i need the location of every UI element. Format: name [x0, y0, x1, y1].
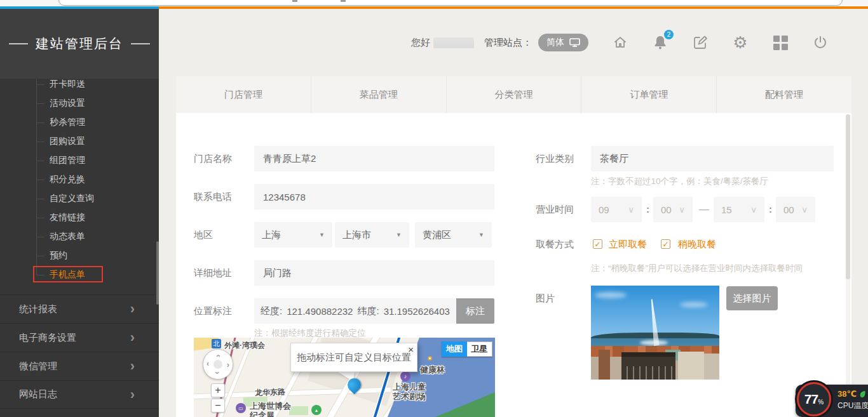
district-select[interactable]: 黄浦区▼	[415, 222, 492, 248]
pickup-now-label[interactable]: 立即取餐	[609, 235, 647, 254]
map-zoom-out-button[interactable]: −	[211, 399, 225, 413]
pan-left-icon[interactable]: ›	[207, 361, 209, 369]
phone-input[interactable]: 12345678	[254, 184, 494, 209]
sidebar: 开卡即送 活动设置 秒杀管理 团购设置	[0, 9, 159, 417]
browser-address-bar[interactable]	[58, 0, 843, 6]
location-input[interactable]: 经度: 121.490882232 纬度: 31.1952626403	[254, 298, 456, 324]
compass-north-badge: 北	[212, 339, 221, 348]
sidebar-item[interactable]: 活动设置	[0, 94, 159, 113]
pan-knob[interactable]	[214, 360, 222, 369]
tab[interactable]: 分类管理	[447, 76, 582, 113]
choose-image-button[interactable]: 选择图片	[726, 286, 778, 310]
tree-tick	[36, 103, 44, 104]
map-zoom-in-button[interactable]: +	[211, 383, 225, 397]
content-scrollbar[interactable]	[846, 114, 850, 416]
chevron-down-icon: ∨	[679, 205, 685, 215]
settings-button[interactable]: ⚙	[732, 34, 749, 51]
tree-tick	[36, 84, 44, 85]
close-minute-select[interactable]: 00∨	[776, 197, 815, 222]
sidebar-group[interactable]: 微信管理 ›	[0, 352, 159, 380]
system-monitor-widget: 77 % 38℃ CPU温度	[796, 385, 868, 417]
notifications-button[interactable]: 2	[652, 34, 668, 51]
sidebar-item-label: 自定义查询	[50, 193, 94, 204]
chevron-down-icon: ∨	[801, 205, 808, 215]
sidebar-scrollbar[interactable]	[156, 241, 159, 305]
mark-location-button[interactable]: 标注	[456, 298, 494, 324]
city-select[interactable]: 上海市▼	[335, 222, 409, 248]
sidebar-item[interactable]: 自定义查询	[0, 189, 159, 208]
longitude-label: 经度:	[261, 305, 282, 317]
pan-right-icon[interactable]: ›	[227, 361, 229, 369]
pan-up-icon[interactable]: ›	[214, 354, 222, 357]
sidebar-item[interactable]: 秒杀管理	[0, 113, 159, 132]
home-icon	[613, 35, 628, 50]
apps-button[interactable]	[772, 34, 789, 51]
district-value: 黄浦区	[423, 229, 451, 241]
tree-tick	[36, 256, 44, 256]
chevron-down-icon: ∨	[628, 205, 634, 215]
store-name-input[interactable]: 青青原上草2	[254, 146, 494, 171]
pickup-later-checkbox[interactable]: ✓	[661, 239, 670, 249]
sidebar-group-label: 网站日志	[19, 388, 57, 400]
sidebar-item[interactable]: 积分兑换	[0, 170, 159, 189]
sidebar-item[interactable]: 组团管理	[0, 151, 159, 170]
museum-poi-icon: ▭	[236, 403, 246, 413]
sidebar-item[interactable]: 友情链接	[0, 208, 159, 227]
map-label-road: 龙华东路	[255, 387, 286, 399]
chevron-right-icon: ›	[130, 331, 135, 345]
chevron-down-icon: ∨	[750, 205, 757, 215]
open-hour-select[interactable]: 09∨	[591, 197, 642, 222]
sidebar-item[interactable]: 团购设置	[0, 132, 159, 151]
edit-button[interactable]	[692, 34, 709, 51]
close-hour-select[interactable]: 15∨	[714, 197, 764, 222]
tab[interactable]: 订单管理	[581, 76, 717, 113]
map-widget[interactable]: 外滩·湾璞会 龙华东路 上海世博会 纪念展 上海儿童 艺术剧场 健康林 ▭ ♪ …	[194, 338, 495, 417]
screen: 开卡即送 活动设置 秒杀管理 团购设置	[0, 0, 868, 417]
tab[interactable]: 配料管理	[717, 76, 851, 113]
sidebar-item[interactable]: 手机点单	[0, 265, 159, 284]
photo-splash	[640, 340, 668, 345]
browser-icon-fragment	[292, 0, 297, 2]
open-minute-select[interactable]: 00∨	[653, 197, 693, 222]
sidebar-item-label: 预约	[50, 250, 67, 261]
title-dash	[9, 43, 28, 44]
address-input[interactable]: 局门路	[254, 260, 494, 286]
tab-label: 菜品管理	[360, 89, 398, 101]
sidebar-group[interactable]: 网站日志 ›	[0, 380, 159, 409]
sidebar-group[interactable]: 统计报表 ›	[0, 295, 159, 323]
cpu-temp-value: 38℃	[837, 389, 857, 399]
sidebar-item-label: 友情链接	[50, 212, 85, 223]
tab[interactable]: 菜品管理	[311, 76, 447, 113]
sidebar-item[interactable]: 预约	[0, 246, 159, 265]
content-scrollbar-thumb[interactable]	[846, 114, 850, 279]
logout-button[interactable]	[812, 34, 829, 51]
greeting-text: 您好	[411, 37, 430, 49]
industry-input[interactable]: 茶餐厅	[591, 146, 834, 171]
photo-building	[599, 350, 610, 380]
sidebar-item[interactable]: 动态表单	[0, 227, 159, 246]
tree-tick	[36, 161, 44, 161]
map-type-map-button[interactable]: 地图	[442, 341, 467, 357]
province-select[interactable]: 上海▼	[254, 222, 332, 248]
chevron-right-icon: ›	[130, 359, 135, 373]
cpu-usage-gauge[interactable]: 77 %	[797, 382, 831, 416]
close-icon[interactable]: ×	[408, 344, 414, 355]
pickup-later-label[interactable]: 稍晚取餐	[678, 235, 716, 254]
sidebar-item-list: 开卡即送 活动设置 秒杀管理 团购设置	[0, 75, 159, 284]
map-type-satellite-button[interactable]: 卫星	[467, 341, 492, 357]
latitude-label: 纬度:	[357, 305, 379, 317]
pickup-now-checkbox[interactable]: ✓	[593, 239, 602, 249]
region-label: 地区	[194, 222, 213, 248]
photo-cloud	[595, 292, 627, 298]
sidebar-group[interactable]: 电子商务设置 ›	[0, 323, 159, 352]
photo-poi-icon: ▲	[311, 405, 322, 415]
industry-note: 注：字数不超过10个字，例：美食/粤菜/茶餐厅	[591, 176, 768, 187]
dropdown-arrow-icon: ▼	[478, 232, 484, 238]
grid-icon	[773, 36, 788, 50]
home-button[interactable]	[612, 34, 628, 51]
pan-down-icon[interactable]: ›	[214, 371, 222, 374]
language-pill-button[interactable]: 简体	[538, 34, 588, 51]
tree-tick	[36, 237, 44, 237]
tab[interactable]: 门店管理	[176, 76, 311, 113]
map-pan-control[interactable]: › › › ›	[203, 349, 233, 380]
